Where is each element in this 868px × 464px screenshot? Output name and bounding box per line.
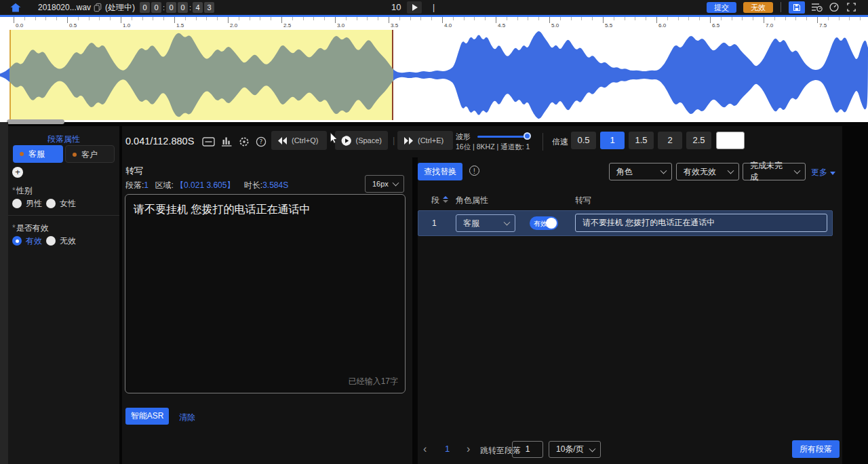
timer-digit: 0 — [151, 2, 161, 13]
more-link[interactable]: 更多 — [811, 167, 835, 178]
valid-option-label: 有效 — [26, 236, 42, 246]
ruler-tick — [764, 17, 764, 23]
submit-button[interactable]: 提交 — [707, 2, 736, 13]
toggle-label: 有效 — [534, 219, 547, 229]
speed-option-1.5[interactable]: 1.5 — [629, 132, 654, 149]
slider-handle[interactable] — [524, 132, 531, 140]
file-name: 2018020...wav — [38, 0, 91, 15]
smart-asr-button[interactable]: 智能ASR — [125, 408, 169, 425]
filter-valid-select[interactable]: 有效无效 — [676, 163, 739, 180]
ruler-tick — [185, 17, 186, 20]
transcript-textarea[interactable]: 请不要挂机 您拨打的电话正在通话中 已经输入17字 — [125, 194, 406, 393]
play-button[interactable]: (Space) — [335, 131, 388, 150]
keyboard-shortcuts-icon[interactable] — [202, 137, 215, 149]
horizontal-scrollbar[interactable] — [7, 119, 64, 124]
waveform-zoom-slider[interactable] — [477, 136, 528, 138]
segment-row[interactable]: 1 客服 有效 请不要挂机 您拨打的电话正在通话中 — [418, 210, 833, 236]
current-page[interactable]: 1 — [445, 444, 450, 454]
ruler-tick — [14, 17, 14, 23]
topbar-play-button[interactable] — [407, 1, 422, 14]
jump-input[interactable]: 1 — [512, 441, 543, 458]
ruler-tick — [806, 17, 807, 20]
ruler-tick-label: 3.0 — [337, 22, 344, 28]
speed-option-1[interactable]: 1 — [600, 132, 625, 149]
ruler-tick — [89, 17, 90, 20]
radio-icon — [46, 199, 56, 208]
settings-gear-icon[interactable] — [239, 136, 250, 150]
filter-complete-select[interactable]: 完成未完成 — [743, 163, 806, 180]
timer-digit: 4 — [193, 2, 203, 13]
font-size-value: 16px — [372, 180, 389, 188]
prev-page-button[interactable]: ‹ — [423, 440, 427, 458]
left-edge-strip — [0, 122, 8, 464]
next-page-button[interactable]: › — [467, 440, 470, 458]
filter-valid-label: 有效无效 — [684, 166, 716, 178]
row-valid-toggle[interactable]: 有效 — [530, 216, 558, 230]
ruler-tick-label: 7.0 — [766, 22, 773, 28]
radio-icon — [12, 199, 22, 208]
pagination: ‹ 1 › 跳转至段落 1 10条/页 所有段落 — [418, 440, 842, 459]
tab-agent[interactable]: 客服 — [13, 145, 63, 163]
copy-icon[interactable] — [93, 3, 102, 15]
ruler-tick — [303, 17, 304, 20]
filter-role-select[interactable]: 角色 — [609, 163, 672, 180]
ruler-tick — [603, 17, 604, 23]
gender-radio-female[interactable]: 女性 — [46, 197, 76, 210]
task-queue-icon[interactable] — [811, 2, 823, 15]
forward-button[interactable]: (Ctrl+E) — [397, 131, 453, 150]
save-icon[interactable] — [789, 1, 805, 14]
tab-customer[interactable]: 客户 — [65, 145, 115, 163]
ruler-tick — [56, 17, 57, 20]
row-transcript-input[interactable]: 请不要挂机 您拨打的电话正在通话中 — [575, 214, 827, 232]
ruler-tick — [828, 17, 829, 20]
ruler-tick — [625, 17, 625, 20]
spectrogram-icon[interactable] — [221, 136, 233, 150]
ruler-tick — [378, 17, 378, 20]
column-role: 角色属性 — [456, 195, 488, 206]
ruler-tick — [721, 17, 722, 20]
dashboard-gauge-icon[interactable] — [829, 2, 840, 15]
help-icon[interactable]: ? — [256, 136, 267, 150]
char-counter: 已经输入17字 — [349, 374, 398, 389]
add-role-button[interactable]: + — [12, 167, 23, 178]
ruler-tick — [688, 17, 689, 20]
home-icon[interactable] — [9, 1, 22, 16]
ruler-tick — [431, 17, 432, 20]
playback-controls-row: 0.041/112.880S ? (Ctrl+Q) ( — [122, 128, 842, 157]
speed-option-0.5[interactable]: 0.5 — [571, 132, 596, 149]
all-segments-button[interactable]: 所有段落 — [792, 440, 840, 458]
ruler-tick-label: 6.0 — [658, 22, 666, 28]
ruler-tick — [753, 17, 753, 20]
processing-status: (处理中) — [105, 0, 135, 15]
waveform-panel[interactable]: 0.00.51.01.52.02.53.03.54.04.55.05.56.06… — [0, 17, 868, 122]
column-segment[interactable]: 段 — [431, 195, 439, 206]
ruler-tick — [420, 17, 421, 20]
rewind-button[interactable]: (Ctrl+Q) — [271, 131, 327, 150]
font-size-select[interactable]: 16px — [365, 175, 404, 193]
gender-radio-male[interactable]: 男性 — [12, 197, 42, 210]
waveform[interactable] — [0, 30, 868, 120]
invalid-button[interactable]: 无效 — [743, 2, 773, 13]
transcribe-title: 转写 — [125, 165, 143, 177]
clear-link[interactable]: 清除 — [179, 412, 195, 423]
valid-radio-valid[interactable]: 有效 — [12, 234, 42, 247]
fullscreen-icon[interactable] — [846, 2, 856, 15]
ruler-tick — [474, 17, 475, 20]
ruler-tick — [67, 17, 68, 23]
speed-option-2[interactable]: 2 — [658, 132, 682, 149]
segments-panel: 查找替换 ! 角色 有效无效 完成未完成 更多 段 角色属性 转写 1 客服 — [418, 157, 842, 464]
custom-speed-input[interactable] — [716, 132, 745, 149]
info-icon[interactable]: ! — [469, 166, 479, 176]
chevron-down-icon — [728, 168, 734, 174]
row-role-select[interactable]: 客服 — [456, 214, 515, 232]
find-replace-button[interactable]: 查找替换 — [418, 163, 462, 180]
speed-option-2.5[interactable]: 2.5 — [686, 132, 711, 149]
mouse-cursor — [330, 132, 338, 147]
ruler-tick — [571, 17, 572, 20]
valid-radio-invalid[interactable]: 无效 — [46, 234, 76, 247]
row-index: 1 — [432, 218, 437, 228]
ruler-tick — [346, 17, 347, 20]
page-size-select[interactable]: 10条/页 — [549, 441, 601, 458]
ruler-tick — [367, 17, 368, 20]
ruler-tick-label: 7.5 — [819, 22, 827, 28]
